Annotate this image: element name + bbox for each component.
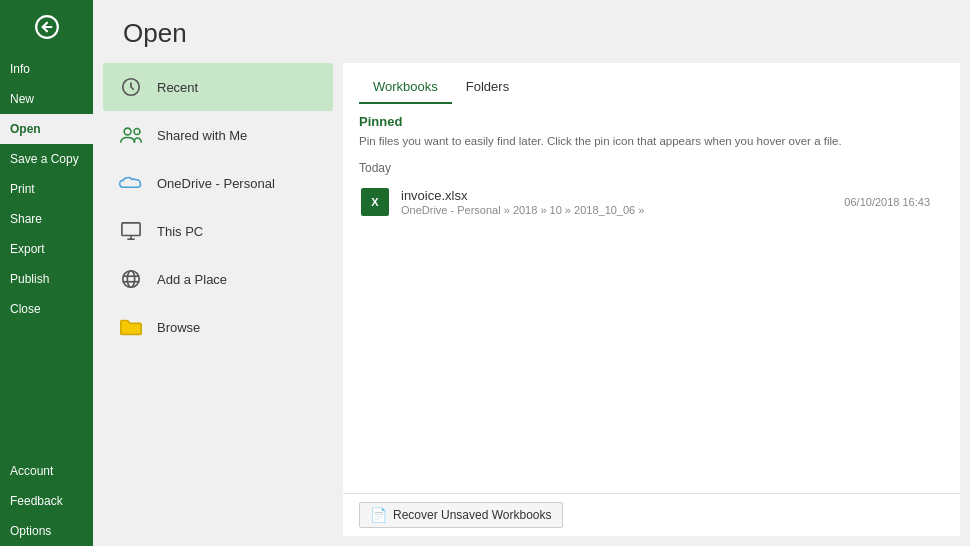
clock-icon — [117, 73, 145, 101]
back-button[interactable] — [24, 4, 70, 50]
sidebar-nav: Info New Open Save a Copy Print Share Ex… — [0, 54, 93, 546]
sidebar-item-close[interactable]: Close — [0, 294, 93, 324]
sidebar: Info New Open Save a Copy Print Share Ex… — [0, 0, 93, 546]
nav-label-shared: Shared with Me — [157, 128, 247, 143]
page-title: Open — [93, 0, 970, 63]
sidebar-item-print[interactable]: Print — [0, 174, 93, 204]
sidebar-item-info[interactable]: Info — [0, 54, 93, 84]
file-date: 06/10/2018 16:43 — [844, 196, 930, 208]
sidebar-item-open[interactable]: Open — [0, 114, 93, 144]
sidebar-item-export[interactable]: Export — [0, 234, 93, 264]
tab-workbooks[interactable]: Workbooks — [359, 73, 452, 104]
nav-label-recent: Recent — [157, 80, 198, 95]
nav-item-browse[interactable]: Browse — [103, 303, 333, 351]
sidebar-item-account[interactable]: Account — [0, 456, 93, 486]
globe-icon — [117, 265, 145, 293]
recover-icon: 📄 — [370, 507, 387, 523]
computer-icon — [117, 217, 145, 245]
right-panel-inner: Workbooks Folders Pinned Pin files you w… — [343, 63, 960, 493]
file-info: invoice.xlsx OneDrive - Personal » 2018 … — [401, 188, 834, 216]
file-list: X invoice.xlsx OneDrive - Personal » 201… — [343, 179, 946, 493]
file-name: invoice.xlsx — [401, 188, 834, 203]
sidebar-item-options[interactable]: Options — [0, 516, 93, 546]
svg-rect-5 — [122, 223, 140, 236]
recover-bar: 📄 Recover Unsaved Workbooks — [343, 493, 960, 536]
today-label: Today — [343, 155, 946, 179]
people-icon — [117, 121, 145, 149]
nav-item-shared[interactable]: Shared with Me — [103, 111, 333, 159]
sidebar-item-new[interactable]: New — [0, 84, 93, 114]
svg-point-4 — [134, 129, 140, 135]
file-path: OneDrive - Personal » 2018 » 10 » 2018_1… — [401, 204, 834, 216]
svg-point-3 — [124, 128, 131, 135]
svg-point-9 — [127, 271, 134, 288]
table-row[interactable]: X invoice.xlsx OneDrive - Personal » 201… — [347, 179, 942, 225]
pinned-description: Pin files you want to easily find later.… — [343, 133, 946, 155]
sidebar-item-save-copy[interactable]: Save a Copy — [0, 144, 93, 174]
sidebar-item-share[interactable]: Share — [0, 204, 93, 234]
nav-item-recent[interactable]: Recent — [103, 63, 333, 111]
content-panels: Recent Shared with Me — [93, 63, 970, 546]
tabs: Workbooks Folders — [343, 63, 946, 104]
nav-item-onedrive[interactable]: OneDrive - Personal — [103, 159, 333, 207]
nav-label-thispc: This PC — [157, 224, 203, 239]
nav-label-add-place: Add a Place — [157, 272, 227, 287]
nav-label-browse: Browse — [157, 320, 200, 335]
nav-label-onedrive: OneDrive - Personal — [157, 176, 275, 191]
svg-point-8 — [123, 271, 140, 288]
tab-folders[interactable]: Folders — [452, 73, 523, 104]
cloud-icon — [117, 169, 145, 197]
main-content: Open Recent — [93, 0, 970, 546]
recover-button[interactable]: 📄 Recover Unsaved Workbooks — [359, 502, 563, 528]
sidebar-item-feedback[interactable]: Feedback — [0, 486, 93, 516]
nav-item-thispc[interactable]: This PC — [103, 207, 333, 255]
left-panel: Recent Shared with Me — [93, 63, 333, 546]
pinned-label: Pinned — [343, 104, 946, 133]
nav-item-add-place[interactable]: Add a Place — [103, 255, 333, 303]
excel-file-icon: X — [359, 186, 391, 218]
folder-icon — [117, 313, 145, 341]
sidebar-item-publish[interactable]: Publish — [0, 264, 93, 294]
right-panel: Workbooks Folders Pinned Pin files you w… — [343, 63, 960, 536]
